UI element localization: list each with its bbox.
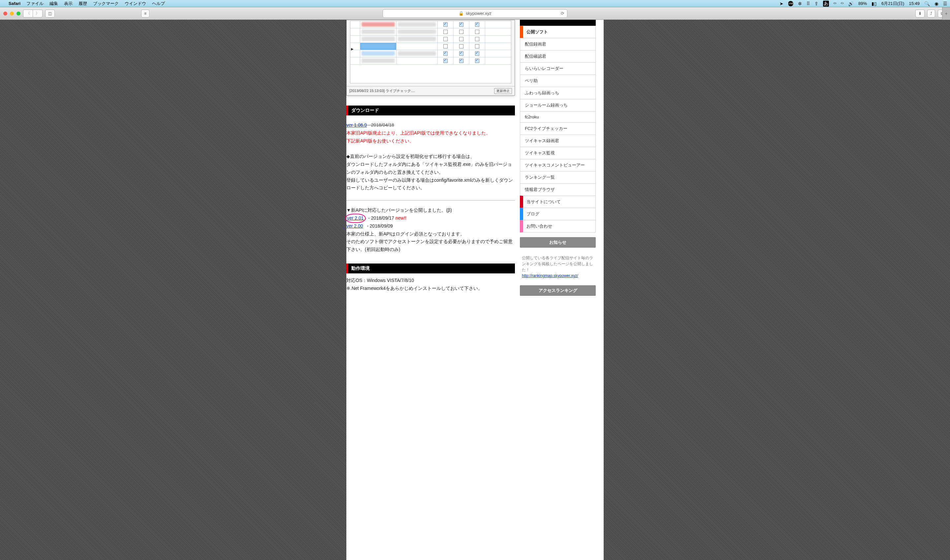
sidebar: 公開ソフト配信録画君配信確認君らいらいレコーダーペリ助ふわっち録画っちショールー… xyxy=(520,20,599,560)
close-button[interactable] xyxy=(3,12,7,15)
ver201-link[interactable]: ver 2.01 xyxy=(347,215,364,221)
spotlight-icon[interactable]: 🔍 xyxy=(924,1,930,6)
main-column: ▶ [2013/08/22 15:13:03] ライブチェック.... 更新停止… xyxy=(346,20,520,560)
date-text[interactable]: 6月21日(日) xyxy=(881,1,904,6)
window-controls xyxy=(3,12,20,15)
menu-help[interactable]: ヘルプ xyxy=(152,1,165,6)
ver200-date: - 2018/09/09 xyxy=(363,223,393,229)
address-bar[interactable]: 🔒 skypower.xyz ⟳ xyxy=(383,9,567,18)
siri-icon[interactable]: ◉ xyxy=(935,1,938,6)
note-text-2: そのためソフト側でアクセストークンを設定する必要がありますので予めご留意下さい。… xyxy=(346,239,513,252)
battery-percent: 89% xyxy=(858,1,867,6)
ver201-date: - 2018/09/17 xyxy=(365,215,396,221)
netfw-text: ※.Net Framework4をあらかじめインストールしておいて下さい。 xyxy=(346,286,483,291)
menu-view[interactable]: 表示 xyxy=(64,1,72,6)
share-button[interactable]: ⤴ xyxy=(927,9,935,17)
status-text: [2013/08/22 15:13:03] ライブチェック.... xyxy=(350,88,415,93)
notification-icon[interactable]: ☰ xyxy=(943,1,947,6)
dots-icon[interactable]: ⠿ xyxy=(807,1,810,6)
sidebar-item-3[interactable]: らいらいレコーダー xyxy=(520,62,596,75)
news-text: 公開している各ライブ配信サイト毎のランキングを掲載したページを公開しました！ h… xyxy=(520,248,596,281)
minimize-button[interactable] xyxy=(10,12,14,15)
sidebar-item-2[interactable]: 配信確認君 xyxy=(520,50,596,62)
wifi-icon[interactable]: ⌔ xyxy=(841,1,844,6)
grid-table: ▶ xyxy=(350,21,511,83)
menu-edit[interactable]: 編集 xyxy=(49,1,58,6)
news-heading: お知らせ xyxy=(520,237,596,248)
status-bar: [2013/08/22 15:13:03] ライブチェック.... 更新停止 xyxy=(347,86,514,95)
old-version-date: - 2018/04/18 xyxy=(367,122,394,128)
download-heading: ダウンロード xyxy=(346,106,515,115)
forward-button[interactable]: 〉 xyxy=(33,9,43,17)
sidebar-item-12[interactable]: ランキング一覧 xyxy=(520,171,596,183)
env-content: 対応OS：Windows VISTA/7/8/10 ※.Net Framewor… xyxy=(346,274,515,292)
dropbox-icon[interactable]: ⇪ xyxy=(815,1,818,6)
new-tab-button[interactable]: + xyxy=(942,7,950,20)
sidebar-item-11[interactable]: ツイキャスコメントビューアー xyxy=(520,159,596,171)
new-badge: new!! xyxy=(396,215,406,221)
bluetooth-icon[interactable]: ⌔ xyxy=(833,1,836,6)
sidebar-item-13[interactable]: 情報君ブラウザ xyxy=(520,183,596,195)
safari-toolbar: 〈 〉 ◫ ≡ 🔒 skypower.xyz ⟳ ⬇ ⤴ ⧉ + xyxy=(0,7,950,20)
sidebar-item-6[interactable]: ショールーム録画っち xyxy=(520,99,596,111)
ver200-link[interactable]: ver 2.00 xyxy=(346,223,363,229)
migrate-text-3: 登録しているユーザーのみ以降する場合はconfig/favorite.xmlのみ… xyxy=(346,177,513,191)
page-container: ▶ [2013/08/22 15:13:03] ライブチェック.... 更新停止… xyxy=(346,20,604,560)
menu-bookmark[interactable]: ブックマーク xyxy=(93,1,119,6)
ranking-heading: アクセスランキング xyxy=(520,285,596,296)
migrate-text-2: ダウンロードしたフォルダ内にある「ツイキャス監視君.exe」のみを旧バージョンの… xyxy=(346,162,512,175)
sidebar-item-15[interactable]: ブログ xyxy=(520,208,596,220)
reader-button[interactable]: ≡ xyxy=(141,9,149,17)
note-text-1: 本家の仕様上、新APIはログイン必須となっております。 xyxy=(346,231,465,237)
menu-file[interactable]: ファイル xyxy=(26,1,43,6)
menu-history[interactable]: 履歴 xyxy=(79,1,87,6)
migrate-text-1: ◆直前のバージョンから設定を初期化せずに移行する場合は、 xyxy=(346,154,475,159)
fan-icon[interactable]: ✲ xyxy=(798,1,802,6)
macos-menubar: Safari ファイル 編集 表示 履歴 ブックマーク ウインドウ ヘルプ ➤ … xyxy=(0,0,950,7)
sidebar-item-1[interactable]: 配信録画君 xyxy=(520,38,596,50)
env-heading: 動作環境 xyxy=(346,263,515,274)
news-link[interactable]: http://rankingmap.skypower.xyz/ xyxy=(522,274,578,278)
deprecated-text-2: 下記新API版をお使いください。 xyxy=(346,138,414,143)
sidebar-list: 公開ソフト配信録画君配信確認君らいらいレコーダーペリ助ふわっち録画っちショールー… xyxy=(520,26,596,232)
time-text[interactable]: 15:49 xyxy=(909,1,920,6)
status-icon[interactable]: ➤ xyxy=(779,1,784,6)
sidebar-item-14[interactable]: 当サイトについて xyxy=(520,195,596,208)
new-api-heading: ▼新APIに対応したバージョンを公開しました。(β) xyxy=(346,208,452,213)
sidebar-item-7[interactable]: fc2roku xyxy=(520,111,596,122)
volume-icon[interactable]: 🔊 xyxy=(848,1,854,6)
stop-update-button[interactable]: 更新停止 xyxy=(494,88,512,94)
nav-buttons: 〈 〉 xyxy=(23,9,43,17)
old-version-link[interactable]: ver 1.06.9 xyxy=(346,122,367,128)
menu-window[interactable]: ウインドウ xyxy=(125,1,146,6)
line-icon[interactable]: LINE xyxy=(788,1,793,6)
downloads-button[interactable]: ⬇ xyxy=(915,9,925,17)
deprecated-text-1: 本家旧API版廃止により、上記旧API版では使用できなくなりました。 xyxy=(346,130,491,135)
row-indicator-icon: ▶ xyxy=(351,47,354,51)
sidebar-item-10[interactable]: ツイキャス監視 xyxy=(520,147,596,159)
sidebar-item-8[interactable]: FC2ライブチェッカー xyxy=(520,122,596,135)
divider xyxy=(346,200,515,200)
url-text: skypower.xyz xyxy=(466,11,491,16)
download-content: ver 1.06.9 - 2018/04/18 本家旧API版廃止により、上記旧… xyxy=(346,115,515,254)
os-text: 対応OS：Windows VISTA/7/8/10 xyxy=(346,278,414,283)
app-screenshot: ▶ [2013/08/22 15:13:03] ライブチェック.... 更新停止 xyxy=(346,20,515,95)
reload-icon[interactable]: ⟳ xyxy=(561,11,564,16)
sidebar-item-5[interactable]: ふわっち録画っち xyxy=(520,87,596,99)
sidebar-item-4[interactable]: ペリ助 xyxy=(520,75,596,87)
page-viewport: ▶ [2013/08/22 15:13:03] ライブチェック.... 更新停止… xyxy=(0,20,950,560)
lock-icon: 🔒 xyxy=(459,11,464,16)
battery-icon[interactable]: ▮▯ xyxy=(871,1,877,6)
sidebar-item-0[interactable]: 公開ソフト xyxy=(520,26,596,38)
back-button[interactable]: 〈 xyxy=(23,9,33,17)
sidebar-item-9[interactable]: ツイキャス録画君 xyxy=(520,135,596,147)
ime-icon[interactable]: あ xyxy=(823,1,829,6)
sidebar-item-16[interactable]: お問い合わせ xyxy=(520,220,596,232)
app-name[interactable]: Safari xyxy=(9,1,20,6)
sidebar-button[interactable]: ◫ xyxy=(45,9,55,17)
maximize-button[interactable] xyxy=(17,12,20,15)
